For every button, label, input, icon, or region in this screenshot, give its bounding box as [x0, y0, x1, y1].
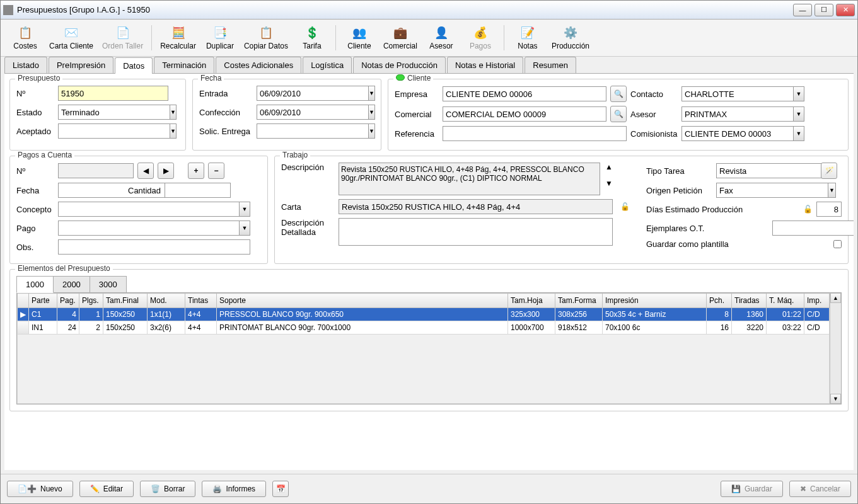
tab-preimpresion[interactable]: PreImpresión — [49, 57, 113, 73]
n-input[interactable] — [58, 86, 168, 101]
search-icon: 🔍 — [614, 110, 623, 118]
qty-tab-3000[interactable]: 3000 — [90, 276, 127, 293]
copiar-datos-button[interactable]: 📋Copiar Datos — [240, 23, 293, 52]
scroll-up-button[interactable]: ▲ — [605, 163, 613, 176]
add-button[interactable]: + — [188, 163, 204, 179]
confeccion-date[interactable] — [257, 105, 368, 120]
referencia-input[interactable] — [443, 126, 627, 141]
chevron-down-icon[interactable]: ▼ — [170, 105, 177, 120]
col-tamforma[interactable]: Tam.Forma — [555, 294, 603, 308]
qty-tab-2000[interactable]: 2000 — [53, 276, 90, 293]
tab-listado[interactable]: Listado — [4, 57, 47, 73]
search-comercial-button[interactable]: 🔍 — [610, 106, 627, 122]
tipo-tarea-combo[interactable] — [716, 163, 828, 178]
estado-combo[interactable] — [58, 105, 170, 120]
maximize-button[interactable]: ☐ — [815, 4, 833, 16]
dias-input[interactable] — [816, 202, 842, 217]
tarifa-button[interactable]: 💲Tarifa — [293, 23, 332, 52]
scroll-down-button[interactable]: ▼ — [605, 179, 613, 193]
list-icon: 📋 — [18, 25, 33, 40]
tab-notas-historial[interactable]: Notas e Historial — [447, 57, 523, 73]
asesor-combo[interactable] — [681, 106, 793, 122]
produccion-button[interactable]: ⚙️Producción — [547, 23, 594, 52]
plantilla-checkbox[interactable] — [833, 240, 842, 248]
comercial-button[interactable]: 💼Comercial — [379, 23, 422, 52]
chevron-down-icon[interactable]: ▼ — [793, 106, 804, 122]
contacto-combo[interactable] — [681, 86, 793, 101]
cantidad-input[interactable] — [165, 183, 231, 198]
tab-terminacion[interactable]: Terminación — [154, 57, 214, 73]
ejemplares-label: Ejemplares O.T. — [646, 224, 768, 233]
next-button[interactable]: ▶ — [158, 163, 174, 179]
cliente-button[interactable]: 👥Cliente — [340, 23, 379, 52]
col-tamhoja[interactable]: Tam.Hoja — [508, 294, 555, 308]
col-pag[interactable]: Pag. — [57, 294, 79, 308]
recalcular-button[interactable]: 🧮Recalcular — [156, 23, 200, 52]
comisionista-combo[interactable] — [681, 126, 793, 141]
col-tmaq[interactable]: T. Máq. — [767, 294, 804, 308]
carta-input[interactable] — [339, 199, 613, 214]
col-parte[interactable]: Parte — [29, 294, 57, 308]
col-soporte[interactable]: Soporte — [217, 294, 508, 308]
aceptado-combo[interactable] — [58, 123, 170, 139]
qty-tab-1000[interactable]: 1000 — [16, 276, 54, 293]
pago-combo[interactable] — [58, 220, 239, 236]
chevron-down-icon[interactable]: ▼ — [239, 202, 250, 217]
concepto-combo[interactable] — [58, 202, 239, 217]
asesor-button[interactable]: 👤Asesor — [422, 23, 461, 52]
editar-button[interactable]: ✏️Editar — [79, 481, 134, 497]
tab-datos[interactable]: Datos — [115, 57, 153, 74]
tab-costes-adicionales[interactable]: Costes Adicionales — [216, 57, 301, 73]
col-pch[interactable]: Pch. — [707, 294, 732, 308]
col-imp[interactable]: Imp. — [804, 294, 830, 308]
col-impresion[interactable]: Impresión — [603, 294, 707, 308]
table-row[interactable]: IN1242 150x2503x2(6)4+4PRINTOMAT BLANCO … — [18, 321, 830, 335]
empresa-input[interactable] — [443, 86, 606, 101]
wand-button[interactable]: 🪄 — [821, 163, 837, 179]
carta-cliente-button[interactable]: ✉️Carta Cliente — [45, 23, 98, 52]
scroll-down-icon[interactable]: ▼ — [830, 394, 841, 404]
calendar-button[interactable]: 📅 — [272, 481, 289, 497]
informes-button[interactable]: 🖨️Informes — [202, 481, 266, 497]
orden-taller-button: 📄Orden Taller — [98, 23, 148, 52]
col-tamfinal[interactable]: Tam.Final — [103, 294, 148, 308]
ejemplares-combo[interactable] — [772, 220, 854, 236]
descripcion-textarea[interactable] — [339, 163, 600, 195]
elementos-grid[interactable]: Parte Pag. Plgs. Tam.Final Mod. Tintas S… — [17, 293, 830, 404]
chevron-down-icon[interactable]: ▼ — [368, 105, 375, 120]
desc-detallada-textarea[interactable] — [339, 218, 613, 246]
chevron-down-icon[interactable]: ▼ — [368, 86, 375, 101]
col-mod[interactable]: Mod. — [148, 294, 185, 308]
col-tintas[interactable]: Tintas — [185, 294, 217, 308]
chevron-down-icon[interactable]: ▼ — [170, 123, 177, 139]
nuevo-button[interactable]: 📄➕Nuevo — [7, 481, 73, 497]
prev-button[interactable]: ◀ — [137, 163, 154, 179]
chevron-down-icon[interactable]: ▼ — [239, 220, 250, 236]
close-button[interactable]: ✕ — [836, 4, 855, 16]
duplicar-button[interactable]: 📑Duplicar — [200, 23, 240, 52]
chevron-down-icon[interactable]: ▼ — [828, 183, 836, 198]
grid-scrollbar[interactable]: ▲ ▼ — [830, 293, 841, 404]
scroll-up-icon[interactable]: ▲ — [830, 293, 841, 303]
notas-button[interactable]: 📝Notas — [508, 23, 547, 52]
comercial-input[interactable] — [443, 106, 606, 122]
borrar-button[interactable]: 🗑️Borrar — [140, 481, 195, 497]
chevron-down-icon[interactable]: ▼ — [368, 123, 375, 139]
costes-button[interactable]: 📋Costes — [6, 23, 45, 52]
col-plgs[interactable]: Plgs. — [79, 294, 103, 308]
minimize-button[interactable]: — — [793, 4, 812, 16]
obs-input[interactable] — [58, 239, 250, 255]
entrada-date[interactable] — [257, 86, 368, 101]
tab-notas-produccion[interactable]: Notas de Producción — [353, 57, 446, 73]
solic-entrega-date[interactable] — [257, 123, 368, 139]
chevron-down-icon[interactable]: ▼ — [793, 86, 804, 101]
tab-logistica[interactable]: Logística — [303, 57, 352, 73]
pagos-n-input[interactable] — [58, 163, 134, 178]
tab-resumen[interactable]: Resumen — [525, 57, 576, 73]
search-empresa-button[interactable]: 🔍 — [610, 86, 627, 102]
col-tiradas[interactable]: Tiradas — [732, 294, 767, 308]
remove-button[interactable]: − — [208, 163, 224, 179]
chevron-down-icon[interactable]: ▼ — [793, 126, 804, 141]
origen-combo[interactable] — [716, 183, 828, 198]
table-row[interactable]: ▶ C141 150x2501x1(1)4+4PRESSCOL BLANCO 9… — [18, 308, 830, 321]
